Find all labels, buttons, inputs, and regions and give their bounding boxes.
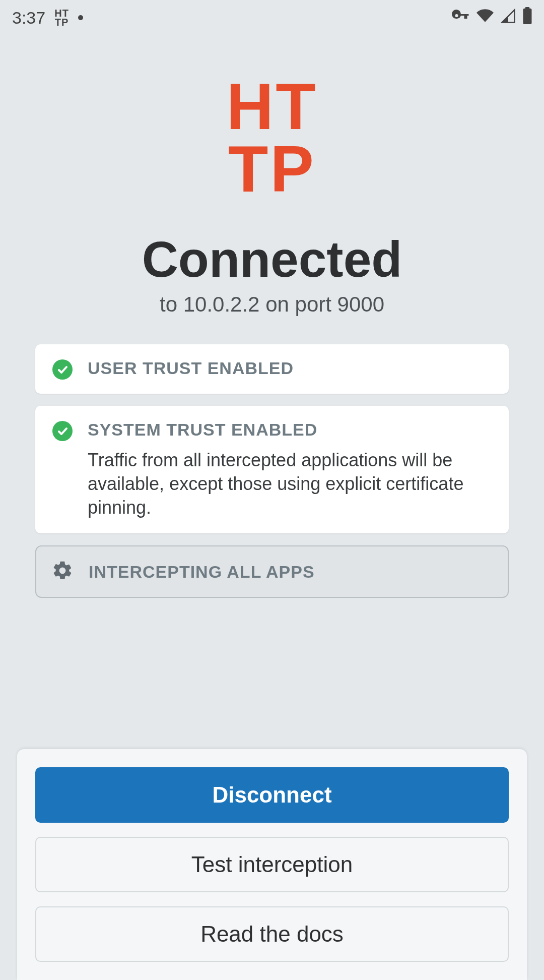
vpn-key-icon (451, 7, 469, 29)
user-trust-title: USER TRUST ENABLED (88, 358, 492, 378)
page-subtitle: to 10.0.2.2 on port 9000 (0, 292, 544, 317)
svg-rect-0 (523, 9, 532, 24)
status-cards: USER TRUST ENABLED SYSTEM TRUST ENABLED … (0, 317, 544, 533)
cell-signal-icon (501, 8, 516, 28)
system-trust-description: Traffic from all intercepted application… (88, 449, 492, 519)
status-time: 3:37 (12, 8, 45, 28)
system-trust-body: SYSTEM TRUST ENABLED Traffic from all in… (88, 420, 492, 519)
read-docs-button[interactable]: Read the docs (35, 906, 509, 962)
intercepting-apps-label: INTERCEPTING ALL APPS (89, 562, 315, 582)
status-app-badge: HT TP (54, 9, 69, 27)
wifi-icon (477, 7, 494, 28)
intercepting-apps-row[interactable]: INTERCEPTING ALL APPS (35, 545, 509, 598)
test-interception-button[interactable]: Test interception (35, 837, 509, 892)
battery-full-icon (523, 7, 532, 28)
user-trust-card: USER TRUST ENABLED (35, 344, 509, 394)
logo-line-1: HT (0, 76, 544, 138)
gear-icon (51, 560, 74, 584)
action-sheet: Disconnect Test interception Read the do… (17, 749, 527, 980)
status-bar: 3:37 HT TP (0, 0, 544, 35)
status-bar-left: 3:37 HT TP (12, 8, 83, 28)
system-trust-title: SYSTEM TRUST ENABLED (88, 420, 492, 440)
page-title: Connected (0, 230, 544, 288)
check-circle-icon (52, 359, 73, 380)
notification-dot-icon (78, 15, 83, 20)
disconnect-button[interactable]: Disconnect (35, 767, 509, 823)
status-bar-right (451, 7, 532, 29)
svg-rect-1 (525, 7, 530, 9)
status-app-badge-bottom: TP (54, 18, 69, 27)
app-logo: HT TP (0, 76, 544, 200)
check-circle-icon (52, 421, 73, 441)
system-trust-card: SYSTEM TRUST ENABLED Traffic from all in… (35, 406, 509, 533)
user-trust-body: USER TRUST ENABLED (88, 358, 492, 380)
logo-line-2: TP (0, 138, 544, 201)
